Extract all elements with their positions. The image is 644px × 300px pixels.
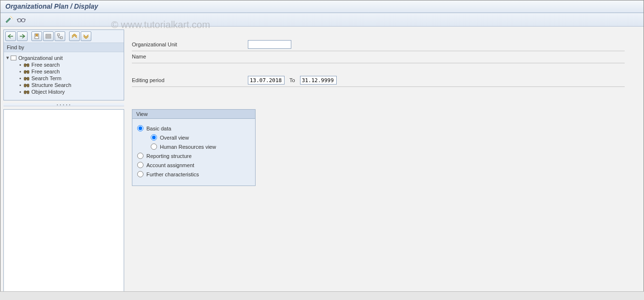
radio-account[interactable]: Account assignment	[137, 160, 250, 170]
tree-item-free-search[interactable]: • Free search	[5, 61, 123, 68]
org-unit-icon	[11, 56, 16, 60]
radio-further[interactable]: Further characteristics	[137, 170, 250, 179]
radio-label: Human Resources view	[160, 144, 216, 150]
tree-root-label: Organizational unit	[18, 55, 63, 61]
svg-rect-12	[24, 64, 26, 67]
list-button[interactable]	[43, 31, 54, 41]
binoculars-icon	[23, 82, 30, 88]
date-to-input[interactable]	[300, 76, 337, 85]
collapse-button[interactable]	[69, 31, 80, 41]
radio-overall-view-input[interactable]	[151, 134, 157, 141]
svg-rect-11	[60, 37, 62, 39]
main-content: Organizational Unit Name Editing period …	[127, 29, 641, 297]
glasses-icon[interactable]	[17, 15, 26, 24]
bullet-icon: •	[17, 62, 23, 68]
tree-item-label: Free search	[31, 69, 60, 74]
svg-point-2	[10, 16, 11, 17]
view-groupbox: View Basic data Overall view Human Resou…	[132, 109, 256, 186]
find-by-toolbar	[4, 30, 124, 43]
svg-rect-24	[24, 91, 26, 94]
radio-label: Reporting structure	[146, 153, 192, 159]
svg-rect-13	[27, 64, 29, 67]
find-by-label: Find by	[4, 43, 124, 52]
name-label: Name	[132, 54, 248, 59]
titlebar: Organizational Plan / Display	[0, 0, 644, 13]
caret-down-icon: ▾	[5, 55, 11, 61]
binoculars-icon	[23, 75, 30, 81]
svg-rect-26	[26, 91, 27, 92]
svg-rect-21	[24, 84, 26, 87]
svg-rect-20	[26, 78, 27, 79]
svg-rect-23	[26, 85, 27, 86]
radio-label: Further characteristics	[146, 171, 199, 177]
radio-label: Account assignment	[146, 162, 194, 168]
svg-point-3	[18, 18, 21, 22]
view-groupbox-title: View	[132, 110, 255, 119]
svg-rect-17	[26, 71, 27, 72]
back-button[interactable]	[5, 31, 16, 41]
radio-basic-data-input[interactable]	[137, 125, 143, 131]
radio-overall-view[interactable]: Overall view	[137, 133, 250, 142]
date-from-input[interactable]	[248, 76, 285, 85]
svg-point-4	[22, 18, 25, 22]
find-by-panel: Find by ▾ Organizational unit • Free sea…	[3, 29, 124, 100]
radio-reporting[interactable]: Reporting structure	[137, 151, 250, 160]
radio-label: Overall view	[160, 135, 189, 141]
svg-rect-15	[24, 71, 26, 73]
radio-hr-view-input[interactable]	[151, 143, 157, 150]
tree-item-free-search-2[interactable]: • Free search	[5, 68, 123, 75]
binoculars-icon	[23, 62, 30, 68]
tree-button[interactable]	[55, 31, 65, 41]
bullet-icon: •	[17, 89, 23, 95]
svg-rect-19	[27, 77, 29, 80]
svg-point-1	[12, 18, 13, 19]
radio-label: Basic data	[146, 126, 171, 131]
org-unit-label: Organizational Unit	[132, 42, 248, 47]
svg-rect-14	[26, 64, 27, 65]
tree-item-object-history[interactable]: • Object History	[5, 88, 123, 95]
splitter-handle[interactable]: • • • • •	[3, 103, 124, 106]
radio-reporting-input[interactable]	[137, 153, 143, 159]
forward-button[interactable]	[17, 31, 28, 41]
statusbar	[0, 291, 644, 300]
tree-item-structure-search[interactable]: • Structure Search	[5, 82, 123, 88]
tree-item-search-term[interactable]: • Search Term	[5, 75, 123, 82]
editing-period-label: Editing period	[132, 77, 248, 83]
radio-account-input[interactable]	[137, 162, 143, 168]
radio-hr-view[interactable]: Human Resources view	[137, 142, 250, 151]
bullet-icon: •	[17, 75, 23, 81]
to-label: To	[289, 77, 295, 83]
svg-rect-25	[27, 91, 29, 94]
svg-point-0	[11, 17, 12, 18]
tree-item-label: Structure Search	[31, 82, 72, 88]
tree-item-label: Object History	[31, 89, 65, 95]
results-panel	[3, 109, 124, 297]
expand-button[interactable]	[81, 31, 91, 41]
svg-rect-18	[24, 77, 26, 80]
tree-item-label: Free search	[31, 62, 60, 68]
wand-icon[interactable]	[5, 15, 14, 24]
svg-rect-10	[57, 34, 59, 36]
svg-rect-22	[27, 84, 29, 87]
find-by-tree: ▾ Organizational unit • Free search • Fr…	[4, 52, 124, 100]
bookmark-button[interactable]	[31, 31, 42, 41]
radio-further-input[interactable]	[137, 171, 143, 177]
binoculars-icon	[23, 69, 30, 74]
page-title: Organizational Plan / Display	[5, 2, 639, 10]
tree-item-label: Search Term	[31, 75, 61, 81]
svg-rect-16	[27, 71, 29, 73]
binoculars-icon	[23, 89, 30, 95]
tree-root-org-unit[interactable]: ▾ Organizational unit	[5, 54, 123, 61]
bullet-icon: •	[17, 69, 23, 74]
bullet-icon: •	[17, 82, 23, 88]
radio-basic-data[interactable]: Basic data	[137, 124, 250, 133]
org-unit-input[interactable]	[248, 40, 291, 49]
app-toolbar	[0, 13, 644, 27]
